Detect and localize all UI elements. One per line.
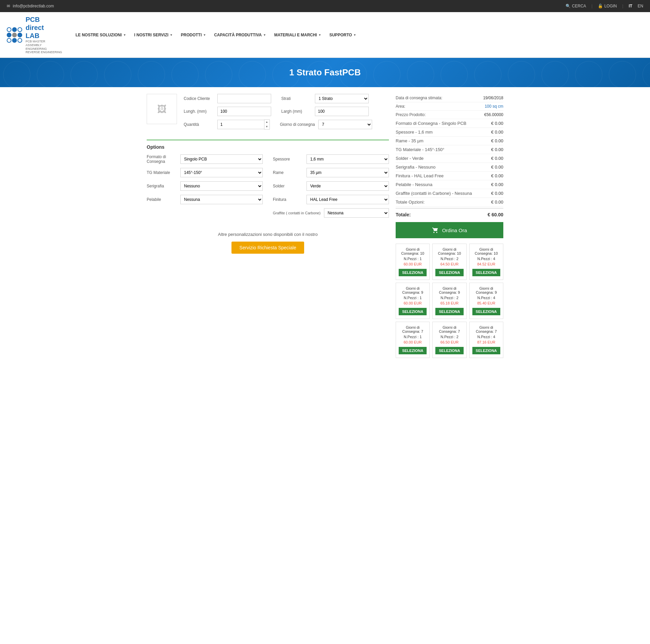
- price-card: Giorni di Consegna: 10 N.Pezzi : 2 64.50…: [432, 244, 466, 280]
- price-cards: Giorni di Consegna: 10 N.Pezzi : 1 60.00…: [396, 244, 503, 358]
- login-link[interactable]: 🔓 LOGIN: [598, 4, 617, 8]
- qty-giorno-row: Quantità ▲ ▼ Giorno di consegna 7: [184, 119, 389, 130]
- formato-row: Formato diConsegna Singolo PCB: [147, 154, 263, 164]
- logo-dot-2: [12, 27, 17, 32]
- graffite-select[interactable]: Nessuna: [324, 208, 389, 218]
- largh-label: Largh (mm): [281, 109, 312, 114]
- serigrafia-select[interactable]: Nessuno: [180, 181, 263, 191]
- summary-row: TG Materiale - 145°-150°€ 0.00: [396, 145, 503, 154]
- area-label: Area:: [396, 104, 405, 109]
- logo-text: PCBdirectLAB PCB MASTERASSEMBLYENGINEERI…: [26, 15, 62, 54]
- lungh-largh-row: Lungh. (mm) Largh (mm): [184, 107, 389, 116]
- hero-banner: 1 Strato FastPCB: [0, 58, 650, 87]
- finitura-select[interactable]: HAL Lead Free: [306, 195, 389, 204]
- search-link[interactable]: 🔍 CERCA: [566, 4, 586, 8]
- select-button[interactable]: SELEZIONA: [472, 308, 500, 315]
- chevron-down-icon: ▼: [123, 33, 126, 37]
- area-row: Area: 100 sq cm: [396, 102, 503, 111]
- solder-select[interactable]: Verde: [306, 181, 389, 191]
- giorno-select[interactable]: 7: [318, 120, 372, 129]
- qty-input[interactable]: [217, 120, 264, 129]
- special-service: Altre personalizzazioni sono disponibili…: [147, 222, 389, 264]
- card-pieces: N.Pezzi : 2: [435, 335, 463, 339]
- data-label: Data di consegna stimata:: [396, 96, 442, 100]
- largh-input[interactable]: [315, 107, 369, 116]
- card-price: 85.40 EUR: [472, 301, 500, 305]
- price-card: Giorni di Consegna: 7 N.Pezzi : 1 60.00 …: [396, 322, 430, 358]
- right-panel: Data di consegna stimata: 19/06/2018 Are…: [396, 94, 503, 358]
- card-pieces: N.Pezzi : 1: [399, 257, 427, 261]
- qty-down-icon[interactable]: ▼: [264, 124, 269, 129]
- select-button[interactable]: SELEZIONA: [435, 308, 463, 315]
- data-value: 19/06/2018: [483, 96, 503, 100]
- data-consegna-row: Data di consegna stimata: 19/06/2018: [396, 94, 503, 102]
- pcb-image-placeholder: 🖼: [147, 94, 177, 124]
- nav-soluzioni[interactable]: LE NOSTRE SOLUZIONI ▼: [76, 33, 126, 37]
- prezzo-label: Prezzo Prodotto:: [396, 112, 426, 117]
- select-button[interactable]: SELEZIONA: [399, 269, 427, 276]
- chevron-down-icon: ▼: [263, 33, 266, 37]
- lang-it[interactable]: IT: [629, 4, 633, 8]
- top-bar: ✉ info@pcbdirectlab.com 🔍 CERCA | 🔓 LOGI…: [0, 0, 650, 12]
- lungh-input[interactable]: [217, 107, 271, 116]
- card-delivery: Giorni di Consegna: 10: [435, 247, 463, 255]
- summary-row: Spessore - 1,6 mm€ 0.00: [396, 128, 503, 137]
- nav-materiali[interactable]: MATERIALI E MARCHI ▼: [274, 33, 321, 37]
- spessore-select[interactable]: 1,6 mm: [306, 154, 389, 164]
- card-pieces: N.Pezzi : 1: [399, 296, 427, 300]
- form-top: 🖼 Codice Cliente Strati 1 Strato Lungh. …: [147, 94, 389, 133]
- lang-en[interactable]: EN: [638, 4, 643, 8]
- card-delivery: Giorni di Consegna: 10: [472, 247, 500, 255]
- header: PCBdirectLAB PCB MASTERASSEMBLYENGINEERI…: [0, 12, 650, 58]
- finitura-row: Finitura HAL Lead Free: [273, 195, 389, 204]
- nav-servizi[interactable]: I NOSTRI SERVIZI ▼: [134, 33, 173, 37]
- options-right-col: Spessore 1,6 mm Rame 35 µm Solder: [273, 154, 389, 222]
- logo-dot-6: [17, 33, 22, 37]
- codice-input[interactable]: [217, 94, 271, 103]
- logo-dot-7: [7, 38, 11, 43]
- logo: PCBdirectLAB PCB MASTERASSEMBLYENGINEERI…: [7, 15, 62, 54]
- card-price: 60.00 EUR: [399, 262, 427, 266]
- chevron-down-icon: ▼: [318, 33, 321, 37]
- nav-prodotti[interactable]: PRODOTTI ▼: [181, 33, 206, 37]
- card-price: 60.00 EUR: [399, 301, 427, 305]
- tg-row: TG Materiale 145°-150°: [147, 168, 263, 177]
- select-button[interactable]: SELEZIONA: [472, 269, 500, 276]
- search-icon: 🔍: [566, 4, 571, 8]
- qty-arrows: ▲ ▼: [264, 119, 270, 130]
- special-service-button[interactable]: Servizio Richiesta Speciale: [231, 242, 304, 254]
- select-button[interactable]: SELEZIONA: [399, 347, 427, 354]
- rame-select[interactable]: 35 µm: [306, 168, 389, 177]
- select-button[interactable]: SELEZIONA: [435, 269, 463, 276]
- options-title: Options: [147, 144, 389, 150]
- chevron-down-icon: ▼: [353, 33, 356, 37]
- pelabile-select[interactable]: Nessuna: [180, 195, 263, 204]
- summary-option-rows: Formato di Consegna - Singolo PCB€ 0.00S…: [396, 119, 503, 207]
- order-button[interactable]: Ordina Ora: [396, 222, 503, 238]
- qty-label: Quantità: [184, 122, 214, 127]
- nav-supporto[interactable]: SUPPORTO ▼: [329, 33, 356, 37]
- price-card: Giorni di Consegna: 7 N.Pezzi : 2 66.50 …: [432, 322, 466, 358]
- select-button[interactable]: SELEZIONA: [435, 347, 463, 354]
- price-card: Giorni di Consegna: 9 N.Pezzi : 4 85.40 …: [469, 283, 503, 319]
- strati-select[interactable]: 1 Strato: [315, 94, 369, 103]
- options-section: Options Formato diConsegna Singolo PCB T…: [147, 140, 389, 222]
- formato-select[interactable]: Singolo PCB: [180, 154, 263, 164]
- area-value: 100 sq cm: [485, 104, 503, 109]
- tg-select[interactable]: 145°-150°: [180, 168, 263, 177]
- card-pieces: N.Pezzi : 4: [472, 335, 500, 339]
- nav-capacita[interactable]: CAPACITÀ PRODUTTIVA ▼: [214, 33, 266, 37]
- graffite-row: Graffite ( contatti in Carbone) Nessuna: [273, 208, 389, 218]
- spessore-label: Spessore: [273, 157, 303, 162]
- summary-row: Formato di Consegna - Singolo PCB€ 0.00: [396, 119, 503, 128]
- select-button[interactable]: SELEZIONA: [472, 347, 500, 354]
- email-address: info@pcbdirectlab.com: [13, 4, 54, 8]
- card-price: 64.50 EUR: [435, 262, 463, 266]
- card-pieces: N.Pezzi : 2: [435, 257, 463, 261]
- select-button[interactable]: SELEZIONA: [399, 308, 427, 315]
- qty-up-icon[interactable]: ▲: [264, 120, 269, 124]
- serigrafia-row: Serigrafia Nessuno: [147, 181, 263, 191]
- main-content: 🖼 Codice Cliente Strati 1 Strato Lungh. …: [140, 87, 510, 365]
- chevron-down-icon: ▼: [203, 33, 206, 37]
- order-label: Ordina Ora: [442, 227, 467, 233]
